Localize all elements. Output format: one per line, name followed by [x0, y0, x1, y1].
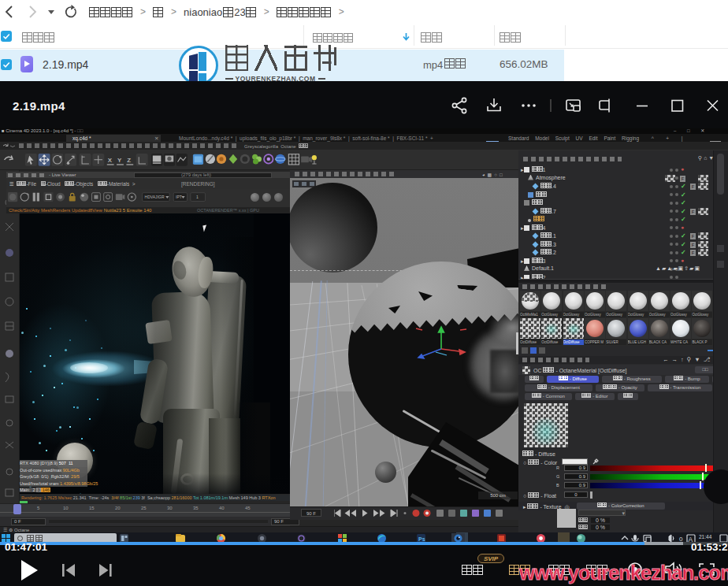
- svg-text:IPT: IPT: [176, 195, 182, 199]
- svg-text:21:44: 21:44: [699, 534, 712, 540]
- svg-text:Y: Y: [117, 157, 122, 164]
- svg-text:X: X: [108, 157, 113, 164]
- svg-text:Z: Z: [127, 157, 131, 164]
- svg-text:Ps: Ps: [418, 536, 425, 542]
- svg-text:HDVAJIGR: HDVAJIGR: [145, 195, 165, 199]
- svg-text:1: 1: [196, 195, 199, 199]
